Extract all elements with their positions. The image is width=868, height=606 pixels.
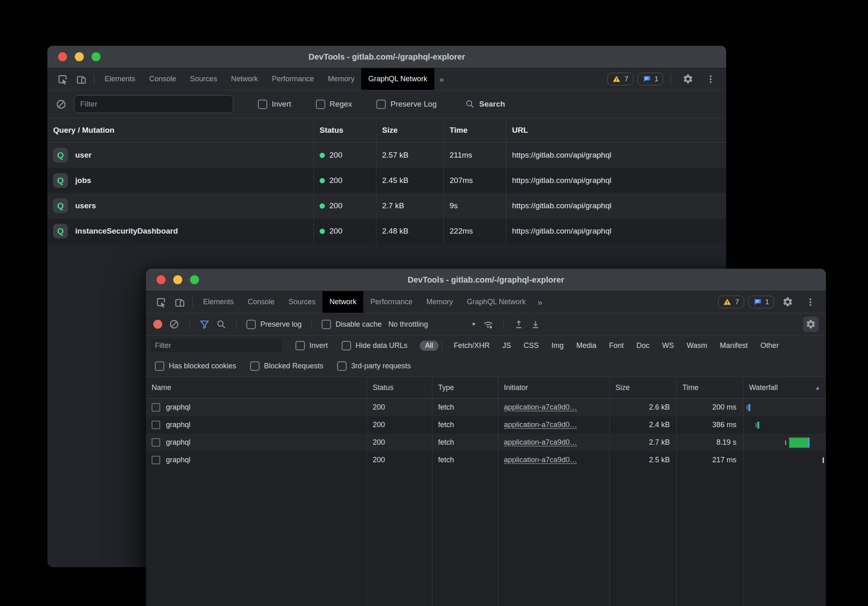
- third-party-requests-checkbox-group[interactable]: 3rd-party requests: [337, 361, 411, 371]
- warnings-badge[interactable]: 7: [607, 73, 633, 85]
- network-filter-input[interactable]: [151, 339, 282, 352]
- column-header-waterfall[interactable]: Waterfall ▲: [743, 377, 826, 398]
- row-checkbox[interactable]: [152, 438, 160, 447]
- minimize-window-button[interactable]: [173, 275, 182, 284]
- more-tabs-icon[interactable]: »: [434, 68, 449, 90]
- column-header-size[interactable]: Size: [376, 118, 444, 142]
- preserve-log-checkbox-group[interactable]: Preserve Log: [376, 100, 436, 109]
- filter-input[interactable]: [74, 95, 233, 113]
- more-tabs-icon[interactable]: »: [533, 291, 548, 313]
- export-har-icon[interactable]: [530, 319, 541, 330]
- hide-data-urls-checkbox-group[interactable]: Hide data URLs: [342, 341, 407, 350]
- filter-type-ws[interactable]: WS: [662, 341, 674, 350]
- filter-type-css[interactable]: CSS: [523, 341, 539, 350]
- tab-performance[interactable]: Performance: [363, 291, 419, 313]
- initiator-link[interactable]: application-a7ca9d0…: [504, 456, 577, 464]
- filter-type-all[interactable]: All: [420, 341, 438, 351]
- issues-badge[interactable]: 1: [748, 296, 774, 308]
- regex-checkbox-group[interactable]: Regex: [316, 100, 352, 109]
- table-row[interactable]: QinstanceSecurityDashboard 200 2.48 kB 2…: [47, 218, 726, 244]
- column-header-initiator[interactable]: Initiator: [498, 377, 610, 398]
- table-row[interactable]: Qjobs 200 2.45 kB 207ms https://gitlab.c…: [47, 168, 726, 193]
- search-icon[interactable]: [216, 319, 226, 330]
- minimize-window-button[interactable]: [75, 52, 84, 61]
- disable-cache-checkbox-group[interactable]: Disable cache: [322, 320, 382, 329]
- tab-graphql-network[interactable]: GraphQL Network: [361, 68, 434, 90]
- filter-funnel-icon[interactable]: [199, 319, 210, 330]
- column-header-time[interactable]: Time: [677, 377, 743, 398]
- warnings-badge[interactable]: 7: [718, 296, 744, 308]
- filter-type-media[interactable]: Media: [576, 341, 596, 350]
- zoom-window-button[interactable]: [190, 275, 199, 284]
- network-request-row[interactable]: graphql 200 fetch application-a7ca9d0… 2…: [146, 416, 826, 434]
- kebab-menu-icon[interactable]: [801, 297, 819, 307]
- throttling-dropdown[interactable]: No throttling ▼: [388, 320, 476, 329]
- row-checkbox[interactable]: [152, 421, 160, 429]
- preserve-log-checkbox[interactable]: [376, 100, 386, 109]
- record-network-log-button[interactable]: [153, 320, 162, 329]
- column-header-status[interactable]: Status: [314, 118, 376, 142]
- filter-type-other[interactable]: Other: [761, 341, 779, 350]
- invert-checkbox[interactable]: [295, 341, 305, 350]
- row-checkbox[interactable]: [152, 456, 160, 464]
- search-button[interactable]: Search: [465, 99, 505, 109]
- tab-elements[interactable]: Elements: [98, 68, 142, 90]
- filter-type-fetch-xhr[interactable]: Fetch/XHR: [454, 341, 490, 350]
- inspect-element-icon[interactable]: [53, 68, 72, 90]
- invert-checkbox-group[interactable]: Invert: [258, 100, 291, 109]
- settings-gear-icon[interactable]: [678, 74, 698, 85]
- column-header-size[interactable]: Size: [610, 377, 677, 398]
- device-toolbar-icon[interactable]: [72, 68, 91, 90]
- column-header-type[interactable]: Type: [432, 377, 498, 398]
- tab-console[interactable]: Console: [142, 68, 183, 90]
- invert-checkbox-group[interactable]: Invert: [295, 341, 328, 350]
- initiator-link[interactable]: application-a7ca9d0…: [504, 403, 577, 412]
- column-header-url[interactable]: URL: [506, 118, 726, 142]
- regex-checkbox[interactable]: [316, 100, 325, 109]
- initiator-link[interactable]: application-a7ca9d0…: [504, 421, 577, 429]
- column-header-query-mutation[interactable]: Query / Mutation: [47, 118, 314, 142]
- filter-type-doc[interactable]: Doc: [636, 341, 649, 350]
- network-request-row[interactable]: graphql 200 fetch application-a7ca9d0… 2…: [146, 399, 826, 416]
- network-conditions-icon[interactable]: [483, 319, 494, 330]
- network-settings-gear-icon[interactable]: [803, 316, 819, 332]
- column-header-status[interactable]: Status: [367, 377, 432, 398]
- zoom-window-button[interactable]: [92, 52, 101, 61]
- titlebar[interactable]: DevTools - gitlab.com/-/graphql-explorer: [146, 269, 826, 291]
- tab-network[interactable]: Network: [322, 291, 363, 313]
- blocked-requests-checkbox[interactable]: [250, 361, 260, 371]
- column-header-time[interactable]: Time: [444, 118, 506, 142]
- close-window-button[interactable]: [157, 275, 166, 284]
- titlebar[interactable]: DevTools - gitlab.com/-/graphql-explorer: [47, 46, 726, 68]
- filter-type-manifest[interactable]: Manifest: [720, 341, 748, 350]
- tab-network[interactable]: Network: [224, 68, 265, 90]
- disable-cache-checkbox[interactable]: [322, 320, 331, 329]
- preserve-log-checkbox[interactable]: [246, 320, 256, 329]
- network-request-row[interactable]: graphql 200 fetch application-a7ca9d0… 2…: [146, 451, 826, 469]
- tab-memory[interactable]: Memory: [321, 68, 361, 90]
- blocked-requests-checkbox-group[interactable]: Blocked Requests: [250, 361, 323, 371]
- clear-network-log-icon[interactable]: [169, 319, 179, 330]
- table-row[interactable]: Quser 200 2.57 kB 211ms https://gitlab.c…: [47, 143, 726, 168]
- tab-console[interactable]: Console: [241, 291, 282, 313]
- has-blocked-cookies-checkbox-group[interactable]: Has blocked cookies: [155, 361, 236, 371]
- clear-icon[interactable]: [56, 99, 67, 110]
- tab-performance[interactable]: Performance: [265, 68, 321, 90]
- invert-checkbox[interactable]: [258, 100, 267, 109]
- kebab-menu-icon[interactable]: [702, 74, 720, 84]
- device-toolbar-icon[interactable]: [170, 291, 189, 313]
- filter-type-font[interactable]: Font: [609, 341, 624, 350]
- filter-type-js[interactable]: JS: [502, 341, 511, 350]
- network-request-row[interactable]: graphql 200 fetch application-a7ca9d0… 2…: [146, 434, 826, 451]
- close-window-button[interactable]: [58, 52, 67, 61]
- has-blocked-cookies-checkbox[interactable]: [155, 361, 164, 371]
- tab-graphql-network[interactable]: GraphQL Network: [460, 291, 532, 313]
- table-row[interactable]: Qusers 200 2.7 kB 9s https://gitlab.com/…: [47, 193, 726, 218]
- settings-gear-icon[interactable]: [778, 296, 797, 307]
- column-header-name[interactable]: Name: [146, 377, 367, 398]
- filter-type-wasm[interactable]: Wasm: [687, 341, 707, 350]
- tab-sources[interactable]: Sources: [183, 68, 224, 90]
- hide-data-urls-checkbox[interactable]: [342, 341, 351, 350]
- tab-memory[interactable]: Memory: [419, 291, 460, 313]
- initiator-link[interactable]: application-a7ca9d0…: [504, 438, 577, 447]
